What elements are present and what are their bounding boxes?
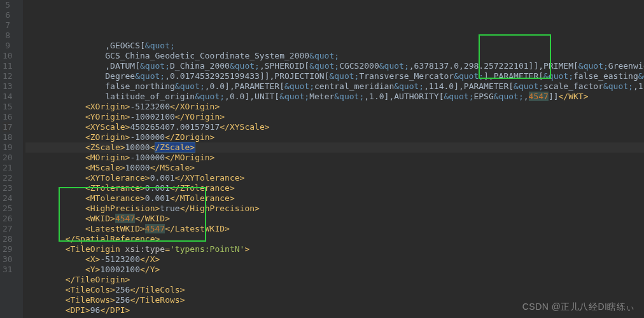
token: <XOrigin> xyxy=(85,102,130,111)
code-line[interactable]: </TileOrigin> xyxy=(25,275,644,285)
code-line[interactable]: <YOrigin>-10002100</YOrigin> xyxy=(25,112,644,122)
code-line[interactable]: <Y>10002100</Y> xyxy=(25,265,644,275)
line-number: 14 xyxy=(3,92,10,102)
token: </ZTolerance> xyxy=(170,183,235,193)
token: &quot; xyxy=(145,41,175,50)
code-line[interactable]: <LatestWKID>4547</LatestWKID> xyxy=(25,224,644,234)
token: 256 xyxy=(115,285,130,294)
line-number: 29 xyxy=(3,244,10,254)
token: </LatestWKID> xyxy=(165,224,230,233)
code-line[interactable]: <TileOrigin xsi:type='typens:PointN'> xyxy=(25,244,644,254)
token: ,0.0],UNIT[ xyxy=(225,92,279,101)
token: &quot; xyxy=(444,92,474,101)
line-number: 12 xyxy=(3,71,10,81)
line-number: 28 xyxy=(3,234,10,244)
token: </X> xyxy=(140,254,160,264)
token: <TileCols> xyxy=(66,285,115,294)
code-line[interactable]: <XYTolerance>0.001</XYTolerance> xyxy=(25,173,644,183)
token: </TileRows> xyxy=(130,295,185,305)
token: </XYScale> xyxy=(220,122,269,132)
line-number: 18 xyxy=(3,132,10,142)
token: <YOrigin> xyxy=(85,112,130,121)
code-line[interactable]: latitude_of_origin&quot;,0.0],UNIT[&quot… xyxy=(25,92,644,102)
token: </DPI> xyxy=(100,305,130,315)
fold-gutter xyxy=(15,0,23,318)
code-line[interactable]: <ZOrigin>-100000</ZOrigin> xyxy=(25,132,644,142)
token: &quot; xyxy=(195,92,225,101)
token: ,0.0],PARAMETER[ xyxy=(205,81,284,91)
token: 0.001 xyxy=(145,193,170,203)
token: <X> xyxy=(85,254,100,264)
token: -10002100 xyxy=(130,112,174,121)
token: CGCS2000 xyxy=(339,61,379,71)
token: scale_factor xyxy=(543,81,603,91)
token: &quot; xyxy=(454,71,484,81)
watermark: CSDN @正儿八经DI瞎练ぃ xyxy=(522,301,635,312)
token: -5123200 xyxy=(100,254,140,264)
token: ,6378137.0,298.257222101]],PRIMEM[ xyxy=(409,61,578,71)
token: D_China_2000 xyxy=(170,61,230,71)
line-number: 15 xyxy=(3,102,10,112)
token: 450265407.00157917 xyxy=(130,122,220,132)
code-line[interactable]: <XYScale>450265407.00157917</XYScale> xyxy=(25,122,644,132)
token: ,1.0],AUTHORITY[ xyxy=(364,92,444,101)
line-number: 19 xyxy=(3,142,10,153)
token: &quot; xyxy=(494,92,524,101)
token: 4547 xyxy=(145,224,165,233)
token: </YOrigin> xyxy=(175,112,225,121)
token: false_northing xyxy=(105,81,175,91)
line-number: 6 xyxy=(3,10,10,20)
token: 4547 xyxy=(529,92,549,101)
line-number: 17 xyxy=(3,122,10,132)
token: = xyxy=(165,244,170,254)
code-line[interactable]: </SpatialReference> xyxy=(25,234,644,244)
line-number: 13 xyxy=(3,81,10,92)
code-line[interactable]: <MTolerance>0.001</MTolerance> xyxy=(25,193,644,204)
code-line[interactable]: <X>-5123200</X> xyxy=(25,254,644,265)
token: &quot; xyxy=(334,92,364,101)
token: &quot; xyxy=(309,61,339,71)
token: </SpatialReference> xyxy=(66,234,160,244)
token: <MTolerance> xyxy=(85,193,145,203)
code-line[interactable]: GCS_China_Geodetic_Coordinate_System_200… xyxy=(25,51,644,61)
token: ,GEOGCS[ xyxy=(105,41,145,50)
token: 256 xyxy=(115,295,130,305)
code-line[interactable]: <MScale>10000</MScale> xyxy=(25,163,644,173)
code-line[interactable]: <HighPrecision>true</HighPrecision> xyxy=(25,204,644,214)
code-line[interactable]: <WKID>4547</WKID> xyxy=(25,214,644,224)
line-number: 25 xyxy=(3,204,10,214)
token: /ZScale> xyxy=(155,142,195,152)
code-line[interactable]: Degree&quot;,0.0174532925199433]],PROJEC… xyxy=(25,71,644,81)
token: xsi:type xyxy=(125,244,165,254)
code-line[interactable]: ,DATUM[&quot;D_China_2000&quot;,SPHEROID… xyxy=(25,61,644,71)
token: <HighPrecision> xyxy=(85,204,160,213)
code-line[interactable]: <MOrigin>-100000</MOrigin> xyxy=(25,153,644,163)
token: Degree xyxy=(105,71,135,81)
token: , xyxy=(524,92,529,101)
token: 'typens:PointN' xyxy=(170,244,244,254)
line-number: 16 xyxy=(3,112,10,122)
token: </MOrigin> xyxy=(165,153,214,162)
code-line[interactable]: ,GEOGCS[&quot; xyxy=(25,41,644,51)
code-line[interactable]: <TileCols>256</TileCols> xyxy=(25,285,644,295)
code-line[interactable]: false_northing&quot;,0.0],PARAMETER[&quo… xyxy=(25,81,644,92)
line-number: 30 xyxy=(3,254,10,265)
token: &quot; xyxy=(279,92,309,101)
code-line[interactable]: <XOrigin>-5123200</XOrigin> xyxy=(25,102,644,112)
line-number-gutter: 5678910111213141516171819202122232425262… xyxy=(0,0,15,318)
token: &quot; xyxy=(135,71,165,81)
token: &quot; xyxy=(543,71,573,81)
token: </WKID> xyxy=(135,214,170,223)
line-number: 5 xyxy=(3,0,10,10)
token: <MScale> xyxy=(85,163,125,172)
token: 4547 xyxy=(115,214,135,223)
token: <DPI> xyxy=(66,305,90,315)
token: Transverse_Mercator xyxy=(359,71,454,81)
code-line[interactable]: <ZScale>10000</ZScale> xyxy=(25,142,644,153)
code-line[interactable]: <ZTolerance>0.001</ZTolerance> xyxy=(25,183,644,193)
line-number: 26 xyxy=(3,214,10,224)
code-area[interactable]: ,GEOGCS[&quot; GCS_China_Geodetic_Coordi… xyxy=(23,0,644,318)
line-number: 8 xyxy=(3,31,10,41)
code-editor[interactable]: 5678910111213141516171819202122232425262… xyxy=(0,0,644,318)
token: <XYScale> xyxy=(85,122,130,132)
